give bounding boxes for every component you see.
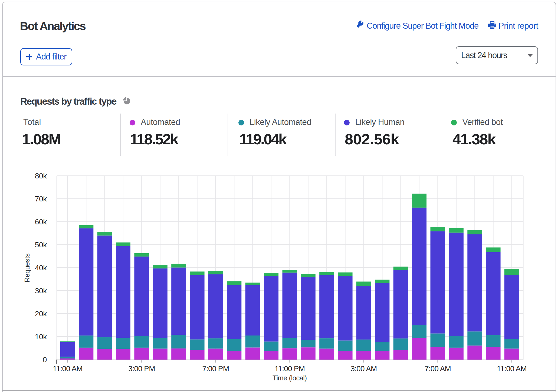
- svg-text:11:00 PM: 11:00 PM: [275, 364, 305, 373]
- svg-text:0: 0: [43, 356, 47, 364]
- svg-text:11:00 AM: 11:00 AM: [53, 364, 83, 373]
- svg-text:60k: 60k: [35, 218, 47, 226]
- svg-text:10k: 10k: [35, 333, 47, 341]
- svg-text:3:00 AM: 3:00 AM: [350, 364, 377, 373]
- svg-text:30k: 30k: [35, 287, 47, 295]
- svg-text:20k: 20k: [35, 310, 47, 318]
- svg-text:7:00 AM: 7:00 AM: [425, 364, 451, 373]
- svg-text:Time (local): Time (local): [273, 374, 307, 382]
- svg-text:3:00 PM: 3:00 PM: [128, 364, 155, 373]
- svg-text:11:00 AM: 11:00 AM: [497, 364, 527, 373]
- svg-text:50k: 50k: [35, 241, 47, 249]
- svg-text:80k: 80k: [35, 172, 47, 180]
- svg-text:7:00 PM: 7:00 PM: [202, 364, 229, 373]
- svg-text:70k: 70k: [35, 195, 47, 203]
- svg-text:40k: 40k: [35, 264, 47, 272]
- svg-text:Requests: Requests: [23, 253, 31, 282]
